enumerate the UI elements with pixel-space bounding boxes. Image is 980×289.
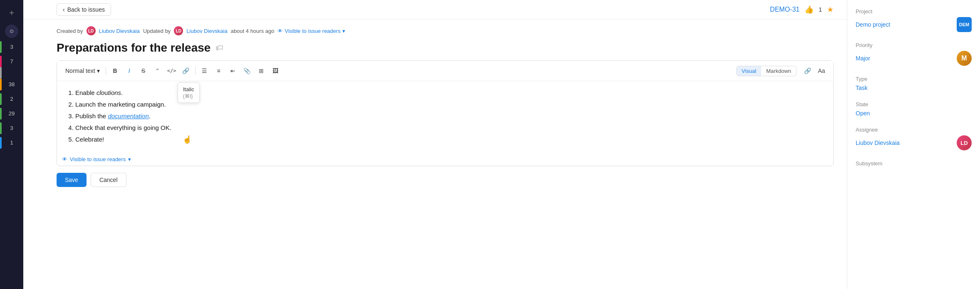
visual-mode-button[interactable]: Visual	[737, 66, 761, 76]
quote-button[interactable]: "	[151, 64, 164, 77]
thumbs-up-icon[interactable]: 👍	[804, 5, 814, 14]
dropdown-chevron-icon: ▾	[97, 67, 100, 74]
markdown-mode-button[interactable]: Markdown	[761, 66, 796, 76]
nav-home-icon[interactable]: ⊙	[5, 25, 18, 38]
editor-footer[interactable]: 👁 Visible to issue readers ▾	[57, 153, 833, 166]
updater-name[interactable]: Liubov Dievskaia	[186, 28, 227, 34]
back-button[interactable]: ‹ Back to issues	[57, 3, 111, 16]
strikethrough-button[interactable]: S	[137, 64, 150, 77]
eye-icon: 👁	[277, 28, 283, 34]
page-title-row: Preparations for the release 🏷	[57, 40, 834, 55]
nav-item-5[interactable]: 2	[0, 93, 23, 105]
sidebar-type-section: Type Task	[856, 76, 972, 91]
code-icon: </>	[167, 68, 176, 74]
list-item-3: Publish the documentation.	[75, 111, 825, 121]
visibility-toggle[interactable]: 👁 Visible to issue readers ▾	[277, 28, 345, 34]
toolbar-separator-2	[195, 67, 196, 75]
tag-icon[interactable]: 🏷	[215, 43, 223, 53]
assignee-initials: LD	[960, 140, 968, 146]
sidebar-project-section: Project Demo project DEM	[856, 8, 972, 32]
table-button[interactable]: ⊞	[255, 64, 268, 77]
italic-icon: I	[129, 67, 130, 74]
updated-time: about 4 hours ago	[231, 28, 275, 34]
attachment-icon: 📎	[243, 67, 250, 74]
updated-label: Updated by	[143, 28, 171, 34]
tooltip-shortcut: (⌘I)	[183, 93, 194, 99]
nav-item-2[interactable]: 7	[0, 56, 23, 67]
link-icon: 🔗	[182, 67, 189, 74]
nav-item-1[interactable]: 3	[0, 41, 23, 52]
code-button[interactable]: </>	[165, 64, 178, 77]
assignee-name[interactable]: Liubov Dievskaia	[856, 140, 900, 146]
top-bar: ‹ Back to issues DEMO-31 👍 1 ★	[23, 0, 847, 20]
save-button[interactable]: Save	[57, 173, 87, 187]
sidebar-subsystem-section: Subsystem	[856, 160, 972, 167]
project-name[interactable]: Demo project	[856, 21, 890, 28]
demo-id[interactable]: DEMO-31	[770, 6, 799, 13]
back-button-label: Back to issues	[67, 6, 105, 13]
bullet-list-button[interactable]: ☰	[198, 64, 211, 77]
bold-icon: B	[113, 67, 117, 74]
type-value[interactable]: Task	[856, 85, 868, 91]
text-style-dropdown[interactable]: Normal text ▾	[62, 66, 103, 76]
editor-body[interactable]: Enable cloutions. Launch the marketing c…	[57, 81, 833, 153]
state-label: State	[856, 101, 972, 107]
link2-button[interactable]: 🔗	[801, 64, 814, 77]
list-item-4: Check that everything is going OK.	[75, 123, 825, 133]
priority-letter: M	[961, 55, 967, 62]
nav-item-3[interactable]	[0, 70, 23, 75]
state-value[interactable]: Open	[856, 110, 870, 117]
strikethrough-icon: S	[141, 67, 145, 74]
image-button[interactable]: 🖼	[269, 64, 282, 77]
cancel-button[interactable]: Cancel	[91, 173, 126, 187]
main-content: ‹ Back to issues DEMO-31 👍 1 ★ Created b…	[23, 0, 847, 289]
ordered-list-icon: ≡	[217, 67, 220, 74]
created-label: Created by	[57, 28, 83, 34]
content-area: Created by LD Liubov Dievskaia Updated b…	[23, 20, 847, 289]
page-title: Preparations for the release	[57, 40, 210, 55]
priority-value[interactable]: Major	[856, 55, 870, 62]
project-badge-text: DEM	[959, 22, 969, 27]
creator-name[interactable]: Liubov Dievskaia	[99, 28, 140, 34]
demo-info: DEMO-31 👍 1 ★	[770, 5, 834, 14]
meta-row: Created by LD Liubov Dievskaia Updated b…	[57, 26, 834, 35]
list-item-5: Celebrate!	[75, 135, 825, 144]
creator-avatar: LD	[87, 26, 96, 35]
nav-item-4[interactable]: 38	[0, 79, 23, 90]
link-button[interactable]: 🔗	[179, 64, 193, 77]
priority-label: Priority	[856, 42, 972, 48]
nav-item-6[interactable]: 29	[0, 108, 23, 119]
font-button[interactable]: Aa	[815, 64, 828, 77]
view-mode-toggle: Visual Markdown	[736, 66, 797, 76]
italic-tooltip: Italic (⌘I)	[178, 82, 200, 103]
italic-button[interactable]: I	[123, 64, 136, 77]
project-row: Demo project DEM	[856, 17, 972, 32]
nav-item-7[interactable]: 3	[0, 122, 23, 134]
subsystem-label: Subsystem	[856, 160, 972, 167]
ordered-list-button[interactable]: ≡	[212, 64, 225, 77]
sidebar-assignee-section: Assignee Liubov Dievskaia LD	[856, 127, 972, 150]
attachment-button[interactable]: 📎	[240, 64, 254, 77]
right-sidebar: Project Demo project DEM Priority Major …	[847, 0, 980, 289]
tooltip-title: Italic	[183, 86, 194, 92]
star-icon[interactable]: ★	[827, 5, 834, 14]
documentation-link[interactable]: documentation	[108, 112, 148, 120]
eye-icon-footer: 👁	[62, 156, 67, 162]
font-icon: Aa	[818, 67, 825, 74]
indent-icon: ⇤	[230, 67, 235, 74]
type-label: Type	[856, 76, 972, 82]
assignee-row: Liubov Dievskaia LD	[856, 135, 972, 150]
creator-initials: LD	[88, 29, 94, 33]
nav-plus-button[interactable]: +	[6, 5, 17, 21]
footer-chevron-icon: ▾	[128, 156, 131, 162]
nav-item-8[interactable]: 1	[0, 137, 23, 148]
assignee-avatar: LD	[957, 135, 972, 150]
left-nav: + ⊙ 3 7 38 2 29 3 1	[0, 0, 23, 289]
editor-toolbar: Normal text ▾ B I S " </>	[57, 61, 833, 81]
sidebar-priority-section: Priority Major M	[856, 42, 972, 66]
bold-button[interactable]: B	[109, 64, 122, 77]
link2-icon: 🔗	[804, 67, 811, 74]
action-row: Save Cancel	[57, 173, 834, 187]
footer-visible-label: Visible to issue readers	[70, 156, 126, 162]
indent-button[interactable]: ⇤	[226, 64, 240, 77]
